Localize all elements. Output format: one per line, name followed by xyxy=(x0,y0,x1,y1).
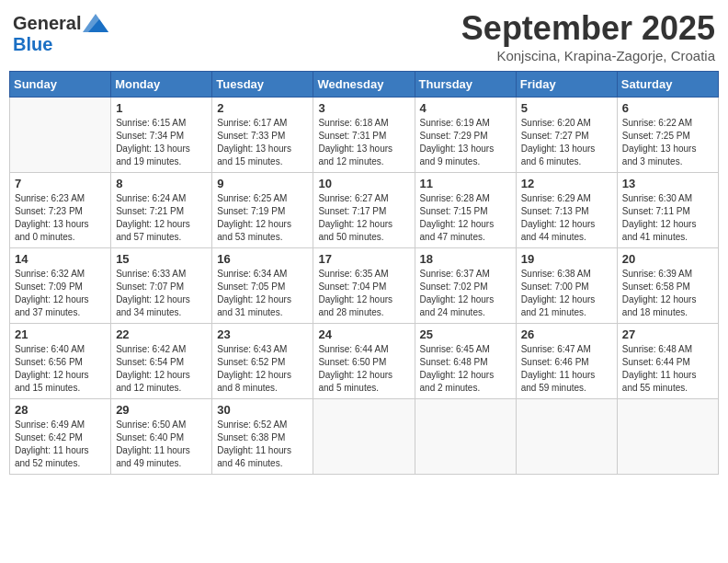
day-info: Sunrise: 6:50 AM Sunset: 6:40 PM Dayligh… xyxy=(116,419,207,470)
day-info: Sunrise: 6:47 AM Sunset: 6:46 PM Dayligh… xyxy=(521,343,612,395)
day-number: 10 xyxy=(318,177,409,190)
calendar-cell: 11Sunrise: 6:28 AM Sunset: 7:15 PM Dayli… xyxy=(415,173,516,248)
weekday-header-friday: Friday xyxy=(516,72,617,98)
weekday-header-thursday: Thursday xyxy=(415,72,516,98)
weekday-header-saturday: Saturday xyxy=(617,72,718,98)
calendar-cell xyxy=(10,98,111,173)
day-number: 23 xyxy=(217,327,308,341)
location-text: Konjscina, Krapina-Zagorje, Croatia xyxy=(461,48,715,63)
day-number: 22 xyxy=(116,327,207,341)
day-number: 18 xyxy=(420,252,511,266)
logo-blue-text: Blue xyxy=(13,34,52,55)
week-row-5: 28Sunrise: 6:49 AM Sunset: 6:42 PM Dayli… xyxy=(10,399,719,475)
calendar-cell xyxy=(313,399,415,475)
day-number: 4 xyxy=(420,101,511,115)
day-number: 14 xyxy=(15,252,106,266)
calendar-cell: 6Sunrise: 6:22 AM Sunset: 7:25 PM Daylig… xyxy=(617,98,718,173)
day-info: Sunrise: 6:24 AM Sunset: 7:21 PM Dayligh… xyxy=(116,192,207,244)
month-title: September 2025 xyxy=(461,9,715,48)
day-info: Sunrise: 6:32 AM Sunset: 7:09 PM Dayligh… xyxy=(15,268,106,319)
calendar-cell: 30Sunrise: 6:52 AM Sunset: 6:38 PM Dayli… xyxy=(212,399,313,475)
day-info: Sunrise: 6:15 AM Sunset: 7:34 PM Dayligh… xyxy=(116,117,207,168)
day-info: Sunrise: 6:49 AM Sunset: 6:42 PM Dayligh… xyxy=(15,419,106,470)
day-info: Sunrise: 6:40 AM Sunset: 6:56 PM Dayligh… xyxy=(15,343,106,395)
day-info: Sunrise: 6:44 AM Sunset: 6:50 PM Dayligh… xyxy=(318,343,409,395)
day-info: Sunrise: 6:45 AM Sunset: 6:48 PM Dayligh… xyxy=(420,343,511,395)
calendar-cell: 16Sunrise: 6:34 AM Sunset: 7:05 PM Dayli… xyxy=(212,248,313,324)
page-header: General Blue September 2025 Konjscina, K… xyxy=(9,9,719,63)
calendar-cell: 1Sunrise: 6:15 AM Sunset: 7:34 PM Daylig… xyxy=(111,98,212,173)
day-info: Sunrise: 6:29 AM Sunset: 7:13 PM Dayligh… xyxy=(521,192,612,244)
day-info: Sunrise: 6:25 AM Sunset: 7:19 PM Dayligh… xyxy=(217,192,308,244)
calendar-cell: 19Sunrise: 6:38 AM Sunset: 7:00 PM Dayli… xyxy=(516,248,617,324)
calendar-cell: 4Sunrise: 6:19 AM Sunset: 7:29 PM Daylig… xyxy=(415,98,516,173)
weekday-header-monday: Monday xyxy=(111,72,212,98)
day-info: Sunrise: 6:42 AM Sunset: 6:54 PM Dayligh… xyxy=(116,343,207,395)
calendar-cell: 25Sunrise: 6:45 AM Sunset: 6:48 PM Dayli… xyxy=(415,324,516,399)
calendar-cell: 23Sunrise: 6:43 AM Sunset: 6:52 PM Dayli… xyxy=(212,324,313,399)
calendar-cell: 15Sunrise: 6:33 AM Sunset: 7:07 PM Dayli… xyxy=(111,248,212,324)
day-number: 16 xyxy=(217,252,308,266)
calendar-cell: 8Sunrise: 6:24 AM Sunset: 7:21 PM Daylig… xyxy=(111,173,212,248)
week-row-1: 1Sunrise: 6:15 AM Sunset: 7:34 PM Daylig… xyxy=(10,98,719,173)
weekday-header-tuesday: Tuesday xyxy=(212,72,313,98)
day-number: 13 xyxy=(622,177,713,190)
day-number: 24 xyxy=(318,327,409,341)
calendar-cell: 3Sunrise: 6:18 AM Sunset: 7:31 PM Daylig… xyxy=(313,98,415,173)
day-number: 25 xyxy=(420,327,511,341)
day-info: Sunrise: 6:37 AM Sunset: 7:02 PM Dayligh… xyxy=(420,268,511,319)
day-number: 27 xyxy=(622,327,713,341)
week-row-3: 14Sunrise: 6:32 AM Sunset: 7:09 PM Dayli… xyxy=(10,248,719,324)
weekday-header-wednesday: Wednesday xyxy=(313,72,415,98)
day-info: Sunrise: 6:38 AM Sunset: 7:00 PM Dayligh… xyxy=(521,268,612,319)
calendar-cell: 7Sunrise: 6:23 AM Sunset: 7:23 PM Daylig… xyxy=(10,173,111,248)
calendar-cell: 17Sunrise: 6:35 AM Sunset: 7:04 PM Dayli… xyxy=(313,248,415,324)
day-number: 29 xyxy=(116,403,207,417)
calendar-cell: 13Sunrise: 6:30 AM Sunset: 7:11 PM Dayli… xyxy=(617,173,718,248)
day-number: 30 xyxy=(217,403,308,417)
calendar-cell: 26Sunrise: 6:47 AM Sunset: 6:46 PM Dayli… xyxy=(516,324,617,399)
day-number: 12 xyxy=(521,177,612,190)
calendar-cell: 21Sunrise: 6:40 AM Sunset: 6:56 PM Dayli… xyxy=(10,324,111,399)
calendar-cell: 2Sunrise: 6:17 AM Sunset: 7:33 PM Daylig… xyxy=(212,98,313,173)
weekday-header-row: SundayMondayTuesdayWednesdayThursdayFrid… xyxy=(10,72,719,98)
calendar-cell: 24Sunrise: 6:44 AM Sunset: 6:50 PM Dayli… xyxy=(313,324,415,399)
day-number: 8 xyxy=(116,177,207,190)
day-number: 11 xyxy=(420,177,511,190)
day-info: Sunrise: 6:23 AM Sunset: 7:23 PM Dayligh… xyxy=(15,192,106,244)
day-number: 26 xyxy=(521,327,612,341)
day-number: 19 xyxy=(521,252,612,266)
calendar-cell xyxy=(617,399,718,475)
day-info: Sunrise: 6:19 AM Sunset: 7:29 PM Dayligh… xyxy=(420,117,511,168)
day-number: 6 xyxy=(622,101,713,115)
day-info: Sunrise: 6:52 AM Sunset: 6:38 PM Dayligh… xyxy=(217,419,308,470)
calendar-cell: 14Sunrise: 6:32 AM Sunset: 7:09 PM Dayli… xyxy=(10,248,111,324)
calendar-cell: 18Sunrise: 6:37 AM Sunset: 7:02 PM Dayli… xyxy=(415,248,516,324)
day-info: Sunrise: 6:35 AM Sunset: 7:04 PM Dayligh… xyxy=(318,268,409,319)
day-info: Sunrise: 6:17 AM Sunset: 7:33 PM Dayligh… xyxy=(217,117,308,168)
day-info: Sunrise: 6:27 AM Sunset: 7:17 PM Dayligh… xyxy=(318,192,409,244)
day-number: 5 xyxy=(521,101,612,115)
calendar-cell: 22Sunrise: 6:42 AM Sunset: 6:54 PM Dayli… xyxy=(111,324,212,399)
day-info: Sunrise: 6:28 AM Sunset: 7:15 PM Dayligh… xyxy=(420,192,511,244)
logo-icon xyxy=(83,14,108,32)
logo: General Blue xyxy=(13,13,108,55)
calendar-cell: 20Sunrise: 6:39 AM Sunset: 6:58 PM Dayli… xyxy=(617,248,718,324)
day-info: Sunrise: 6:20 AM Sunset: 7:27 PM Dayligh… xyxy=(521,117,612,168)
calendar-cell: 12Sunrise: 6:29 AM Sunset: 7:13 PM Dayli… xyxy=(516,173,617,248)
logo-general-text: General xyxy=(13,13,81,34)
day-number: 3 xyxy=(318,101,409,115)
week-row-4: 21Sunrise: 6:40 AM Sunset: 6:56 PM Dayli… xyxy=(10,324,719,399)
calendar-cell: 29Sunrise: 6:50 AM Sunset: 6:40 PM Dayli… xyxy=(111,399,212,475)
title-section: September 2025 Konjscina, Krapina-Zagorj… xyxy=(461,9,715,63)
day-info: Sunrise: 6:43 AM Sunset: 6:52 PM Dayligh… xyxy=(217,343,308,395)
calendar-cell: 5Sunrise: 6:20 AM Sunset: 7:27 PM Daylig… xyxy=(516,98,617,173)
day-number: 2 xyxy=(217,101,308,115)
day-number: 28 xyxy=(15,403,106,417)
day-number: 17 xyxy=(318,252,409,266)
day-info: Sunrise: 6:34 AM Sunset: 7:05 PM Dayligh… xyxy=(217,268,308,319)
day-number: 20 xyxy=(622,252,713,266)
day-info: Sunrise: 6:48 AM Sunset: 6:44 PM Dayligh… xyxy=(622,343,713,395)
day-info: Sunrise: 6:18 AM Sunset: 7:31 PM Dayligh… xyxy=(318,117,409,168)
day-number: 21 xyxy=(15,327,106,341)
